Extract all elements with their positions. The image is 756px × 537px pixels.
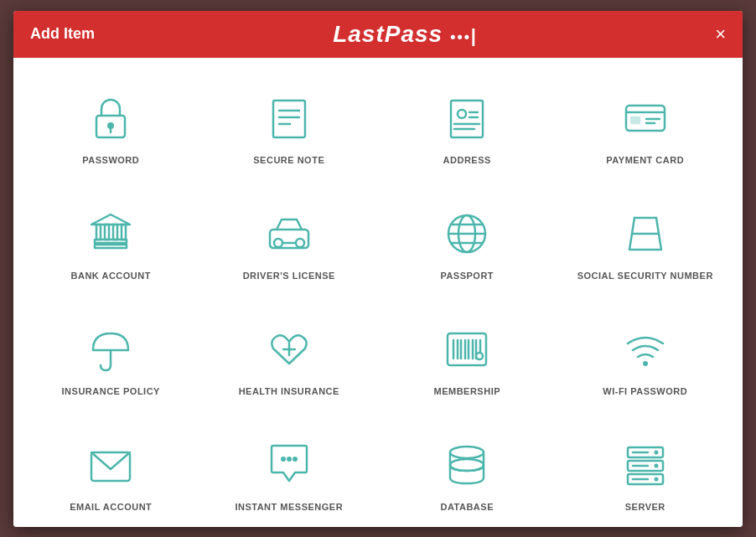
database-icon	[440, 438, 494, 492]
item-passport[interactable]: PASSPORT	[378, 190, 557, 297]
item-password[interactable]: PASSWORD	[22, 75, 200, 182]
passport-icon	[440, 207, 494, 261]
item-instant-messenger-label: INSTANT MESSENGER	[235, 502, 343, 512]
svg-point-63	[654, 463, 658, 467]
item-ssn[interactable]: SOCIAL SECURITY NUMBER	[557, 190, 735, 297]
svg-rect-22	[105, 225, 109, 240]
item-wifi-password-label: WI-FI PASSWORD	[603, 386, 687, 396]
svg-point-51	[476, 353, 483, 359]
svg-point-57	[450, 447, 484, 458]
items-grid: PASSWORD SECURE NOTE	[22, 75, 734, 527]
svg-point-64	[654, 477, 658, 481]
bank-icon	[84, 207, 137, 261]
umbrella-icon	[84, 323, 137, 376]
item-drivers-license[interactable]: DRIVER'S LICENSE	[200, 190, 379, 297]
item-server[interactable]: SERVER	[557, 421, 735, 527]
item-wifi-password[interactable]: WI-FI PASSWORD	[557, 306, 735, 413]
lock-icon	[84, 91, 137, 145]
svg-rect-24	[122, 225, 126, 240]
modal-body: PASSWORD SECURE NOTE	[13, 58, 743, 527]
svg-point-56	[293, 457, 298, 462]
card-icon	[619, 91, 672, 145]
item-insurance-policy[interactable]: INSURANCE POLICY	[22, 306, 200, 413]
item-health-insurance-label: HEALTH INSURANCE	[239, 386, 339, 396]
ssn-icon	[619, 207, 672, 261]
item-membership[interactable]: MEMBERSHIP	[378, 306, 557, 413]
item-database-label: DATABASE	[441, 502, 494, 512]
address-icon	[440, 91, 494, 145]
svg-point-62	[654, 450, 658, 454]
add-item-modal: Add Item LastPass •••| × PASSWORD	[13, 11, 743, 527]
item-passport-label: PASSPORT	[440, 271, 494, 281]
item-ssn-label: SOCIAL SECURITY NUMBER	[577, 271, 713, 281]
svg-point-54	[281, 457, 286, 462]
modal-title: Add Item	[30, 25, 95, 43]
item-drivers-license-label: DRIVER'S LICENSE	[243, 271, 335, 281]
lastpass-logo: LastPass •••|	[333, 21, 477, 48]
svg-point-55	[287, 457, 292, 462]
item-password-label: PASSWORD	[82, 155, 139, 165]
item-payment-card-label: PAYMENT CARD	[606, 155, 684, 165]
svg-marker-18	[91, 214, 130, 225]
svg-rect-7	[451, 101, 483, 137]
svg-point-26	[274, 239, 282, 247]
svg-rect-20	[95, 245, 127, 248]
svg-rect-21	[96, 225, 101, 240]
item-insurance-policy-label: INSURANCE POLICY	[62, 386, 160, 396]
barcode-icon	[440, 323, 494, 376]
item-membership-label: MEMBERSHIP	[433, 386, 500, 396]
chat-icon	[262, 438, 316, 492]
note-icon	[262, 91, 316, 145]
svg-point-58	[450, 459, 484, 471]
item-payment-card[interactable]: PAYMENT CARD	[557, 75, 735, 182]
car-icon	[262, 207, 316, 261]
modal-header: Add Item LastPass •••| ×	[13, 11, 743, 58]
item-address[interactable]: ADDRESS	[378, 75, 557, 182]
heart-icon	[262, 323, 316, 376]
svg-point-52	[643, 361, 648, 366]
item-database[interactable]: DATABASE	[378, 421, 557, 527]
email-icon	[84, 438, 137, 492]
close-button[interactable]: ×	[715, 25, 726, 44]
svg-point-8	[458, 110, 466, 118]
item-secure-note[interactable]: SECURE NOTE	[200, 75, 379, 182]
item-instant-messenger[interactable]: INSTANT MESSENGER	[200, 421, 379, 527]
server-icon	[619, 438, 672, 492]
item-secure-note-label: SECURE NOTE	[253, 155, 324, 165]
svg-rect-23	[113, 225, 117, 240]
svg-point-27	[296, 239, 304, 247]
item-health-insurance[interactable]: HEALTH INSURANCE	[200, 306, 379, 413]
svg-rect-3	[273, 101, 305, 137]
item-bank-account[interactable]: BANK ACCOUNT	[22, 190, 200, 297]
item-bank-account-label: BANK ACCOUNT	[71, 271, 151, 281]
item-address-label: ADDRESS	[443, 155, 491, 165]
svg-rect-15	[631, 117, 639, 123]
item-email-account-label: EMAIL ACCOUNT	[70, 502, 152, 512]
wifi-icon	[619, 323, 672, 376]
item-server-label: SERVER	[625, 502, 665, 512]
item-email-account[interactable]: EMAIL ACCOUNT	[22, 421, 200, 527]
